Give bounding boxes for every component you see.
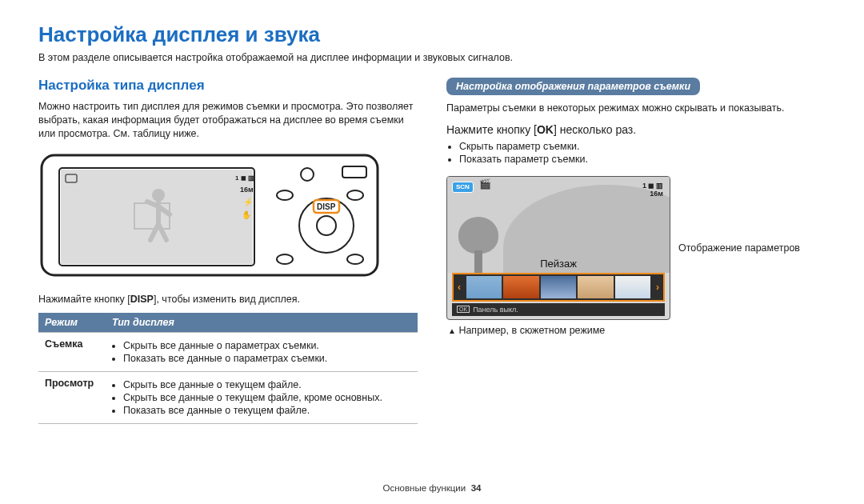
page-subtitle: В этом разделе описывается настройка ото… — [38, 52, 826, 63]
camera-svg: 1 ◼ ▥ 16м ⚡ ✋ DISP — [38, 147, 390, 283]
display-type-table: Режим Тип дисплея Съемка Скрыть все данн… — [38, 313, 418, 424]
list-item: Скрыть параметр съемки. — [459, 141, 826, 152]
two-column-layout: Настройка типа дисплея Можно настроить т… — [38, 78, 826, 424]
list-item: Скрыть все данные о параметрах съемки. — [123, 340, 411, 351]
row-mode-view: Просмотр — [38, 371, 106, 423]
list-item: Скрыть все данные о текущем файле, кроме… — [123, 392, 411, 403]
list-item: Показать параметр съемки. — [459, 154, 826, 165]
thumb — [541, 276, 576, 298]
svg-text:16м: 16м — [240, 186, 254, 194]
scene-label: Пейзаж — [447, 258, 670, 270]
chevron-left-icon: ‹ — [454, 274, 465, 300]
section-heading-display-type: Настройка типа дисплея — [38, 78, 418, 94]
list-item: Скрыть все данные о текущем файле. — [123, 379, 411, 390]
row-mode-shoot: Съемка — [38, 332, 106, 371]
thumb — [615, 276, 650, 298]
col-mode: Режим — [38, 313, 106, 333]
col-type: Тип дисплея — [106, 313, 418, 333]
section-pill: Настройка отображения параметров съемки — [446, 78, 700, 95]
param-desc: Параметры съемки в некоторых режимах мож… — [446, 102, 826, 115]
list-item: Показать все данные о текущем файле. — [123, 405, 411, 416]
ok-label: OK — [537, 123, 554, 136]
camera-illustration: 1 ◼ ▥ 16м ⚡ ✋ DISP — [38, 147, 418, 286]
lcd-figure-wrap: 🎬 SCN 1 ◼ ▥ 16м Пейзаж ‹ › — [446, 176, 826, 320]
thumbnail-strip: ‹ › — [452, 273, 665, 302]
svg-text:⚡: ⚡ — [243, 197, 254, 207]
page-footer: Основные функции 34 — [0, 483, 864, 493]
display-type-intro: Можно настроить тип дисплея для режимов … — [38, 100, 418, 141]
svg-text:✋: ✋ — [242, 210, 252, 220]
disp-caption: Нажимайте кнопку [DISP], чтобы изменить … — [38, 294, 418, 305]
disp-button-label: DISP — [317, 202, 336, 211]
press-ok-instruction: Нажмите кнопку [OK] несколько раз. — [446, 123, 826, 136]
svg-text:1 ◼ ▥: 1 ◼ ▥ — [235, 174, 254, 182]
chevron-right-icon: › — [652, 274, 663, 300]
example-note: ▲ Например, в сюжетном режиме — [448, 325, 826, 336]
page-title: Настройка дисплея и звука — [38, 22, 826, 47]
panel-off-bar: OK Панель выкл. — [452, 303, 665, 316]
table-row: Просмотр Скрыть все данные о текущем фай… — [38, 371, 418, 423]
ok-icon: OK — [457, 306, 470, 313]
param-bullets: Скрыть параметр съемки. Показать парамет… — [459, 141, 826, 165]
lcd-status: 1 ◼ ▥ 16м — [642, 182, 663, 198]
thumb — [578, 276, 613, 298]
left-column: Настройка типа дисплея Можно настроить т… — [38, 78, 418, 424]
lcd-screen: 🎬 SCN 1 ◼ ▥ 16м Пейзаж ‹ › — [446, 176, 670, 320]
page-number: 34 — [471, 483, 482, 493]
film-icon: 🎬 — [479, 178, 491, 190]
list-item: Показать все данные о параметрах съемки. — [123, 353, 411, 364]
thumb — [503, 276, 538, 298]
table-row: Съемка Скрыть все данные о параметрах съ… — [38, 332, 418, 371]
thumb — [466, 276, 502, 298]
disp-label: DISP — [130, 294, 154, 305]
scn-badge: SCN — [452, 182, 474, 193]
triangle-up-icon: ▲ — [448, 326, 456, 335]
param-display-label: Отображение параметров — [678, 242, 800, 254]
right-column: Настройка отображения параметров съемки … — [446, 78, 826, 424]
